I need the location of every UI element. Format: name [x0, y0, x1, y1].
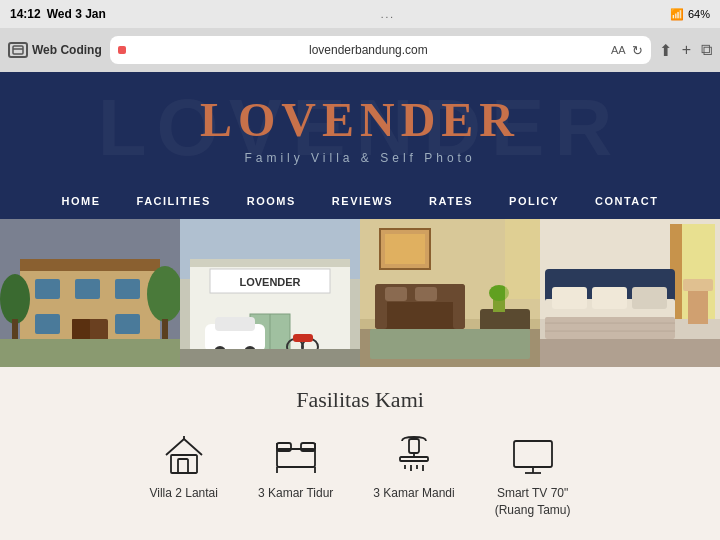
hero-title: LOVENDER — [0, 92, 720, 147]
svg-rect-40 — [453, 284, 465, 329]
svg-rect-6 — [75, 279, 100, 299]
photo-strip: LOVENDER — [0, 219, 720, 367]
hero-header: LOVENDER LOVENDER Family Villa & Self Ph… — [0, 72, 720, 183]
svg-rect-32 — [180, 349, 360, 367]
url-bar[interactable]: lovenderbandung.com AA ↻ — [110, 36, 651, 64]
svg-rect-64 — [171, 455, 197, 473]
url-favicon — [118, 46, 126, 54]
svg-rect-63 — [540, 339, 720, 367]
svg-rect-8 — [35, 314, 60, 334]
nav-home[interactable]: HOME — [44, 183, 119, 219]
tabs-icon[interactable]: ⧉ — [701, 41, 712, 59]
facility-label-bed: 3 Kamar Tidur — [258, 485, 333, 502]
house-icon — [158, 433, 210, 477]
svg-rect-13 — [12, 319, 18, 339]
browser-actions: ⬆ + ⧉ — [659, 41, 712, 60]
share-icon[interactable]: ⬆ — [659, 41, 672, 60]
facility-shower: 3 Kamar Mandi — [373, 433, 454, 519]
battery-percent: 64% — [688, 8, 710, 20]
nav-bar: HOME FACILITIES ROOMS REVIEWS RATES POLI… — [0, 183, 720, 219]
facility-tv: Smart TV 70" (Ruang Tamu) — [495, 433, 571, 519]
svg-rect-48 — [505, 219, 540, 299]
add-tab-icon[interactable]: + — [682, 41, 691, 59]
nav-rooms[interactable]: ROOMS — [229, 183, 314, 219]
svg-rect-57 — [632, 287, 667, 309]
svg-rect-76 — [400, 457, 428, 461]
facilities-title: Fasilitas Kami — [40, 387, 680, 413]
facility-label-shower: 3 Kamar Mandi — [373, 485, 454, 502]
facility-house: Villa 2 Lantai — [149, 433, 218, 519]
svg-rect-31 — [293, 334, 313, 342]
photo-sign: LOVENDER — [180, 219, 360, 367]
status-day: Wed 3 Jan — [47, 7, 106, 21]
aa-label[interactable]: AA — [611, 44, 626, 56]
svg-rect-41 — [385, 287, 407, 301]
svg-rect-58 — [545, 317, 675, 339]
status-dots: ... — [381, 9, 395, 20]
svg-rect-0 — [13, 46, 23, 54]
svg-rect-26 — [215, 317, 255, 331]
svg-rect-65 — [178, 459, 188, 473]
svg-rect-4 — [20, 259, 160, 271]
tab-label[interactable]: Web Coding — [32, 43, 102, 57]
svg-rect-61 — [688, 289, 708, 324]
nav-facilities[interactable]: FACILITIES — [119, 183, 229, 219]
nav-reviews[interactable]: REVIEWS — [314, 183, 411, 219]
tab-icon — [8, 42, 28, 58]
nav-contact[interactable]: CONTACT — [577, 183, 676, 219]
tv-icon — [507, 433, 559, 477]
reload-icon[interactable]: ↻ — [632, 43, 643, 58]
svg-point-12 — [0, 274, 30, 324]
url-text: lovenderbandung.com — [132, 43, 605, 57]
nav-policy[interactable]: POLICY — [491, 183, 577, 219]
svg-rect-81 — [514, 441, 552, 467]
url-controls: AA ↻ — [611, 43, 643, 58]
facilities-section: Fasilitas Kami Villa 2 Lantai — [0, 367, 720, 540]
shower-icon — [388, 433, 440, 477]
photo-living — [360, 219, 540, 367]
svg-rect-7 — [115, 279, 140, 299]
facilities-grid: Villa 2 Lantai 3 Kamar Tidur — [40, 433, 680, 519]
bed-icon — [270, 433, 322, 477]
status-bar: 14:12 Wed 3 Jan ... 📶 64% — [0, 0, 720, 28]
website-content: LOVENDER LOVENDER Family Villa & Self Ph… — [0, 72, 720, 540]
browser-chrome: Web Coding lovenderbandung.com AA ↻ ⬆ + … — [0, 28, 720, 72]
photo-bedroom — [540, 219, 720, 367]
svg-rect-16 — [0, 339, 180, 367]
svg-rect-56 — [592, 287, 627, 309]
svg-rect-9 — [115, 314, 140, 334]
svg-rect-74 — [409, 439, 419, 453]
svg-rect-36 — [385, 234, 425, 264]
facility-label-house: Villa 2 Lantai — [149, 485, 218, 502]
svg-rect-5 — [35, 279, 60, 299]
svg-rect-20 — [190, 259, 350, 267]
tab-area: Web Coding — [8, 42, 102, 58]
svg-rect-47 — [370, 329, 530, 359]
svg-rect-15 — [162, 319, 168, 339]
nav-rates[interactable]: RATES — [411, 183, 491, 219]
wifi-icon: 📶 — [670, 8, 684, 21]
facility-bed: 3 Kamar Tidur — [258, 433, 333, 519]
photo-exterior — [0, 219, 180, 367]
svg-rect-42 — [415, 287, 437, 301]
svg-text:LOVENDER: LOVENDER — [239, 276, 300, 288]
svg-rect-55 — [552, 287, 587, 309]
facility-label-tv: Smart TV 70" (Ruang Tamu) — [495, 485, 571, 519]
status-time: 14:12 — [10, 7, 41, 21]
svg-rect-62 — [683, 279, 713, 291]
hero-subtitle: Family Villa & Self Photo — [0, 151, 720, 165]
